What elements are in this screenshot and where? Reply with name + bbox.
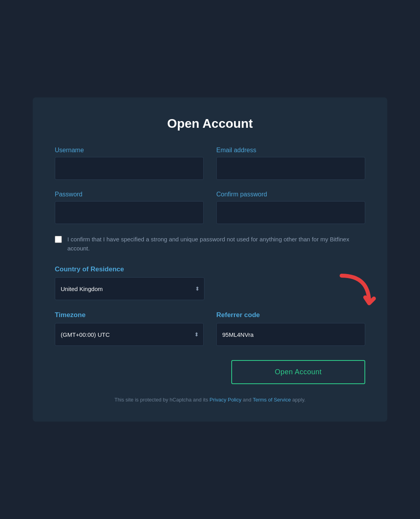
page-title: Open Account — [55, 116, 365, 131]
referrer-code-input[interactable] — [216, 323, 365, 346]
password-confirm-section: I confirm that I have specified a strong… — [55, 235, 365, 253]
open-account-row: Open Account — [55, 360, 365, 384]
password-confirm-checkbox[interactable] — [55, 236, 62, 243]
country-select-wrapper: United Kingdom United States Germany Fra… — [55, 277, 204, 300]
timezone-referrer-row: Timezone (GMT+00:00) UTC (GMT-05:00) EST… — [55, 311, 365, 346]
confirm-password-label: Confirm password — [216, 191, 365, 198]
confirm-password-group: Confirm password — [216, 191, 365, 224]
timezone-select[interactable]: (GMT+00:00) UTC (GMT-05:00) EST (GMT-08:… — [55, 323, 204, 346]
timezone-label: Timezone — [55, 311, 204, 319]
timezone-select-wrapper: (GMT+00:00) UTC (GMT-05:00) EST (GMT-08:… — [55, 323, 204, 346]
username-group: Username — [55, 147, 204, 180]
footer-text-middle: and — [242, 397, 253, 403]
email-label: Email address — [216, 147, 365, 154]
email-group: Email address — [216, 147, 365, 180]
password-row: Password Confirm password — [55, 191, 365, 224]
country-section: Country of Residence United Kingdom Unit… — [55, 265, 365, 300]
password-input[interactable] — [55, 201, 204, 224]
open-account-button[interactable]: Open Account — [231, 360, 365, 384]
confirm-password-input[interactable] — [216, 201, 365, 224]
timezone-group: Timezone (GMT+00:00) UTC (GMT-05:00) EST… — [55, 311, 204, 346]
country-select[interactable]: United Kingdom United States Germany Fra… — [55, 277, 204, 300]
username-input[interactable] — [55, 157, 204, 180]
footer-section: This site is protected by hCaptcha and i… — [55, 397, 365, 403]
privacy-policy-link[interactable]: Privacy Policy — [210, 397, 242, 403]
country-label: Country of Residence — [55, 265, 365, 273]
checkbox-label-text: I confirm that I have specified a strong… — [67, 235, 365, 253]
registration-form: Open Account Username Email address Pass… — [33, 97, 387, 422]
password-label: Password — [55, 191, 204, 198]
terms-of-service-link[interactable]: Terms of Service — [253, 397, 291, 403]
username-label: Username — [55, 147, 204, 154]
password-group: Password — [55, 191, 204, 224]
referrer-group: Referrer code — [216, 311, 365, 346]
email-input[interactable] — [216, 157, 365, 180]
footer-text-before: This site is protected by hCaptcha and i… — [114, 397, 209, 403]
referrer-label: Referrer code — [216, 311, 365, 319]
footer-text-after: apply. — [291, 397, 305, 403]
username-email-row: Username Email address — [55, 147, 365, 180]
